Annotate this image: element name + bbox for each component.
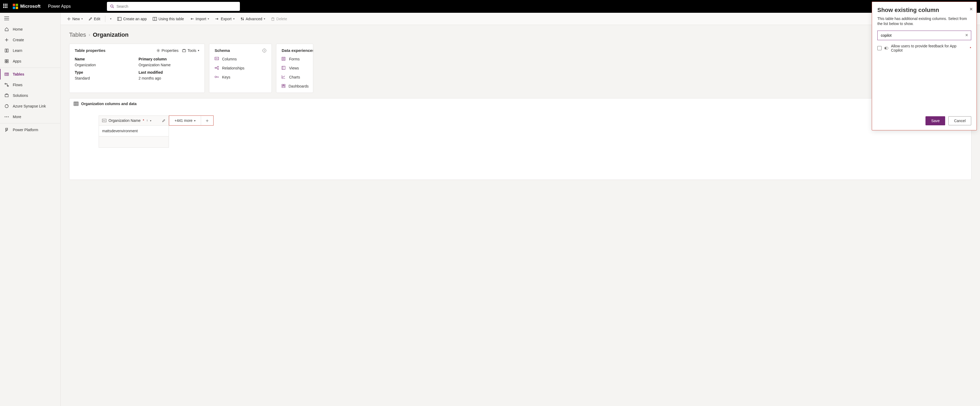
sort-asc-icon: ↑ [146, 119, 148, 123]
column-checkbox[interactable] [877, 46, 881, 50]
synapse-icon [4, 104, 9, 108]
required-indicator: * [970, 46, 971, 50]
tools-button-label: Tools [188, 48, 196, 53]
cmd-advanced[interactable]: Advanced ▾ [238, 15, 267, 22]
info-icon[interactable]: i [262, 49, 266, 53]
close-button[interactable]: ✕ [969, 6, 973, 12]
more-icon [4, 115, 9, 119]
trash-icon [271, 17, 275, 21]
dexp-views[interactable]: Views [282, 66, 308, 70]
cmd-delete-label: Delete [276, 17, 287, 21]
schema-keys-label: Keys [222, 75, 230, 79]
cmd-edit-dropdown[interactable]: ▾ [108, 16, 113, 22]
nav-tables[interactable]: Tables [0, 69, 60, 80]
nav-home[interactable]: Home [0, 24, 60, 35]
cancel-button[interactable]: Cancel [948, 116, 971, 125]
cmd-import-label: Import [196, 17, 206, 21]
svg-point-45 [218, 66, 219, 67]
edit-column-icon[interactable] [162, 119, 165, 123]
cmd-separator [105, 16, 105, 22]
svg-line-48 [216, 68, 218, 69]
properties-button[interactable]: Properties [156, 48, 179, 53]
svg-rect-14 [5, 62, 6, 63]
dashboards-icon [282, 84, 285, 88]
svg-text:Abc: Abc [215, 58, 218, 59]
breadcrumb: Tables › Organization [69, 32, 972, 38]
nav-apps[interactable]: Apps [0, 56, 60, 67]
save-button[interactable]: Save [926, 116, 945, 125]
cmd-import[interactable]: Import ▾ [188, 15, 212, 22]
properties-button-label: Properties [162, 48, 179, 53]
panel-search-box[interactable]: ✕ [877, 30, 971, 40]
chevron-down-icon: ▾ [81, 17, 83, 20]
modified-label: Last modified [138, 70, 199, 75]
svg-rect-16 [5, 73, 8, 76]
more-columns-label: +441 more [175, 118, 192, 123]
chevron-down-icon: ▾ [198, 49, 199, 52]
name-value: Organization [75, 63, 135, 67]
cmd-delete[interactable]: Delete [269, 15, 289, 22]
dexp-dashboards[interactable]: Dashboards [282, 84, 308, 88]
schema-columns[interactable]: Abc Columns [215, 57, 266, 61]
svg-point-24 [5, 116, 6, 117]
panel-search-input[interactable] [878, 31, 971, 40]
nav-more[interactable]: More [0, 111, 60, 122]
column-option-row[interactable]: Allow users to provide feedback for App … [877, 44, 971, 53]
cmd-new[interactable]: New ▾ [65, 15, 85, 22]
table-icon [4, 72, 9, 76]
text-column-icon: Abc [102, 119, 107, 122]
forms-icon [282, 57, 286, 61]
add-column-button[interactable]: ＋ [201, 116, 213, 125]
chevron-right-icon: › [89, 32, 90, 37]
cards-row: Table properties Properties Tools ▾ [69, 44, 972, 93]
nav-power-platform[interactable]: Power Platform [0, 124, 60, 135]
nav-create[interactable]: Create [0, 35, 60, 45]
cmd-export[interactable]: Export ▾ [213, 15, 236, 22]
schema-relationships[interactable]: Relationships [215, 66, 266, 70]
required-indicator: * [143, 118, 144, 123]
nav-create-label: Create [13, 38, 24, 42]
svg-rect-62 [74, 102, 78, 106]
dexp-charts-label: Charts [289, 75, 300, 79]
pencil-icon [89, 17, 92, 21]
cmd-using-table[interactable]: Using this table [151, 15, 186, 22]
columns-data-title: Organization columns and data [81, 102, 137, 106]
chevron-down-icon[interactable]: ▾ [150, 119, 151, 122]
cmd-export-label: Export [221, 17, 231, 21]
column-header-label: Organization Name [108, 118, 141, 123]
nav-synapse-label: Azure Synapse Link [13, 104, 46, 108]
nav-learn[interactable]: Learn [0, 45, 60, 56]
nav-collapse-button[interactable] [0, 13, 60, 24]
empty-cell [99, 137, 169, 148]
nav-apps-label: Apps [13, 59, 21, 63]
chevron-down-icon: ▾ [233, 17, 235, 20]
cmd-edit[interactable]: Edit [86, 15, 102, 22]
nav-solutions[interactable]: Solutions [0, 90, 60, 101]
left-nav: Home Create Learn Apps Tables Flows Solu… [0, 13, 60, 406]
apps-icon [4, 59, 9, 64]
breadcrumb-parent[interactable]: Tables [69, 32, 86, 38]
schema-keys[interactable]: Keys [215, 75, 266, 79]
nav-flows[interactable]: Flows [0, 80, 60, 90]
cmd-advanced-label: Advanced [246, 17, 262, 21]
search-box[interactable] [107, 2, 240, 11]
dexp-forms[interactable]: Forms [282, 57, 308, 61]
svg-rect-57 [282, 66, 285, 69]
solutions-icon [4, 93, 9, 98]
svg-rect-11 [7, 49, 8, 52]
table-row[interactable]: mattsdevenvironment [99, 126, 969, 137]
dexp-charts[interactable]: Charts [282, 75, 308, 79]
app-launcher-icon[interactable] [3, 4, 8, 9]
more-columns-button[interactable]: +441 more ▾ [169, 116, 201, 125]
clear-search-icon[interactable]: ✕ [965, 33, 968, 37]
column-header-org-name[interactable]: Abc Organization Name* ↑ ▾ [99, 115, 169, 126]
cmd-create-app[interactable]: Create an app [115, 15, 149, 22]
microsoft-logo-icon [13, 4, 18, 9]
toggle-column-type-icon [884, 47, 889, 49]
tools-button[interactable]: Tools ▾ [182, 48, 199, 53]
search-input[interactable] [116, 4, 237, 8]
table-icon [74, 102, 78, 106]
nav-synapse[interactable]: Azure Synapse Link [0, 101, 60, 111]
chevron-down-icon: ▾ [110, 17, 111, 20]
cell-org-name[interactable]: mattsdevenvironment [99, 126, 169, 137]
